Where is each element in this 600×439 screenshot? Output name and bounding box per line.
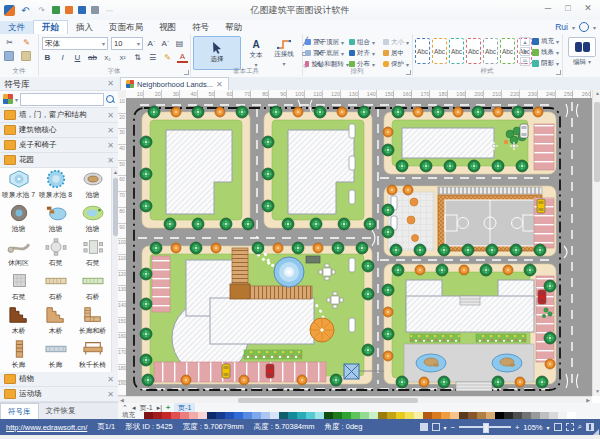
palette-swatch[interactable]: [378, 412, 387, 419]
section-sports-field[interactable]: 运动场✕: [0, 387, 118, 402]
tree[interactable]: [140, 298, 152, 310]
gallery-down-icon[interactable]: ▾: [520, 47, 530, 56]
tree[interactable]: [192, 218, 204, 230]
orange-tree[interactable]: [383, 127, 393, 137]
orange-tree[interactable]: [383, 351, 393, 361]
palette-swatch[interactable]: [333, 412, 342, 419]
library-dropdown-icon[interactable]: ▾: [15, 96, 18, 103]
tree[interactable]: [236, 106, 248, 118]
style-swatch[interactable]: Abc: [449, 38, 464, 64]
font-name-select[interactable]: 宋体▾: [42, 37, 108, 50]
shrink-font-icon[interactable]: Aˋ: [160, 38, 171, 49]
palette-swatch[interactable]: [477, 412, 486, 419]
gallery-more-icon[interactable]: ☰: [520, 57, 530, 66]
symbol-item[interactable]: 石桥: [37, 270, 74, 304]
orange-tree[interactable]: [545, 359, 555, 369]
tab-home[interactable]: 开始: [33, 20, 68, 34]
palette-swatch[interactable]: [180, 412, 189, 419]
tree[interactable]: [140, 136, 152, 148]
symbol-search-input[interactable]: [20, 93, 104, 106]
entrance-stairs[interactable]: [456, 382, 492, 391]
symbol-item[interactable]: 喷泉水池 8: [37, 168, 74, 202]
symbol-item[interactable]: 长廊: [37, 338, 74, 372]
style-swatch[interactable]: Abc: [415, 38, 430, 64]
minimize-button[interactable]: ─: [538, 0, 558, 16]
palette-swatch[interactable]: [459, 412, 468, 419]
view-dropdown-icon[interactable]: ▾: [444, 424, 447, 431]
orange-tree[interactable]: [533, 107, 543, 117]
palette-swatch[interactable]: [279, 412, 288, 419]
user-name[interactable]: Rui: [555, 22, 568, 32]
line-button[interactable]: 线条▾: [532, 47, 559, 57]
tree[interactable]: [220, 218, 232, 230]
orange-tree[interactable]: [293, 107, 303, 117]
flower-bed[interactable]: [410, 334, 460, 342]
block-1[interactable]: [142, 112, 250, 228]
bench[interactable]: [349, 124, 355, 138]
symbol-item[interactable]: 石桥: [74, 270, 111, 304]
symbol-item[interactable]: 石凳: [37, 236, 74, 270]
highlight-icon[interactable]: ✎: [162, 52, 173, 63]
tree[interactable]: [282, 218, 294, 230]
tree[interactable]: [330, 374, 342, 386]
bench[interactable]: [349, 318, 355, 332]
tree[interactable]: [382, 144, 394, 156]
tree[interactable]: [140, 354, 152, 366]
fill-button[interactable]: 填充▾: [532, 36, 559, 46]
document-tab[interactable]: Neighborhood Lands... ✕: [120, 77, 229, 90]
underline-button[interactable]: U: [72, 52, 83, 63]
symbol-item[interactable]: 池塘: [74, 168, 111, 202]
flower-bed[interactable]: [476, 334, 526, 342]
palette-swatch[interactable]: [243, 412, 252, 419]
font-size-select[interactable]: 10▾: [111, 37, 143, 50]
orange-tree[interactable]: [171, 243, 181, 253]
orange-tree[interactable]: [239, 375, 249, 385]
orange-tree[interactable]: [383, 307, 393, 317]
palette-swatch[interactable]: [369, 412, 378, 419]
style-swatch[interactable]: Abc: [483, 38, 498, 64]
tree[interactable]: [436, 264, 448, 276]
document-close-icon[interactable]: ✕: [216, 80, 223, 89]
section-building-core[interactable]: 建筑物核心✕: [0, 123, 118, 138]
style-swatch[interactable]: Abc: [466, 38, 481, 64]
edrawsoft-link[interactable]: http://www.edrawsoft.cn/: [6, 423, 87, 432]
palette-swatch[interactable]: [342, 412, 351, 419]
palette-swatch[interactable]: [549, 412, 558, 419]
tree[interactable]: [492, 160, 504, 172]
find-binoculars-icon[interactable]: [568, 37, 596, 57]
section-close-icon[interactable]: ✕: [107, 375, 114, 384]
select-tool-button[interactable]: 选择: [193, 36, 241, 70]
symbol-item[interactable]: 木桥: [0, 304, 37, 338]
find-icon[interactable]: ⌕: [578, 422, 582, 432]
copy-icon[interactable]: [4, 51, 14, 61]
section-garden[interactable]: 花园✕: [0, 153, 118, 168]
car[interactable]: [266, 364, 274, 378]
group-button[interactable]: 组合▾: [349, 37, 383, 47]
palette-swatch[interactable]: [468, 412, 477, 419]
tree[interactable]: [486, 244, 498, 256]
arrange-dialog-launcher[interactable]: [406, 70, 411, 75]
fit-page-icon[interactable]: [554, 423, 562, 431]
palette-swatch[interactable]: [324, 412, 333, 419]
style-dialog-launcher[interactable]: [556, 70, 561, 75]
panel-close-icon[interactable]: ✕: [107, 77, 114, 91]
corridor[interactable]: [250, 286, 312, 299]
orange-tree[interactable]: [171, 107, 181, 117]
parking-slots[interactable]: [152, 256, 170, 312]
palette-swatch[interactable]: [225, 412, 234, 419]
tree[interactable]: [524, 264, 536, 276]
font-color-icon[interactable]: A: [177, 52, 188, 63]
tree[interactable]: [362, 344, 374, 356]
palette-swatch[interactable]: [414, 412, 423, 419]
palette-swatch[interactable]: [315, 412, 324, 419]
paste-icon[interactable]: [21, 51, 31, 61]
orange-tree[interactable]: [403, 185, 413, 195]
tree[interactable]: [192, 106, 204, 118]
zoom-in-icon[interactable]: +: [515, 423, 519, 432]
palette-swatch[interactable]: [153, 412, 162, 419]
landing[interactable]: [230, 284, 250, 299]
wooden-stairs[interactable]: [232, 248, 248, 286]
page-view-icon[interactable]: [432, 423, 440, 431]
tree[interactable]: [140, 328, 152, 340]
palette-swatch[interactable]: [495, 412, 504, 419]
